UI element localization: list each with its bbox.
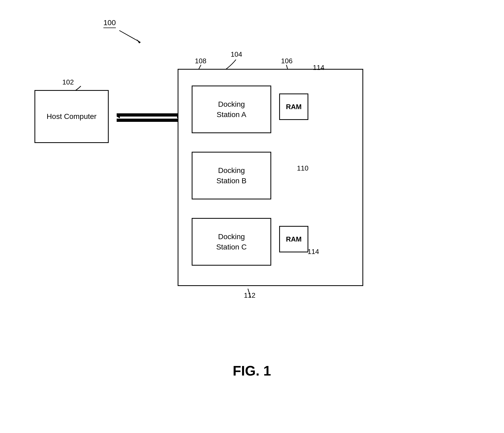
svg-marker-1 [137,39,141,43]
svg-line-0 [119,30,141,42]
docking-station-a-box: DockingStation A [192,86,271,133]
docking-station-b-label: DockingStation B [216,165,247,186]
svg-rect-5 [117,119,180,122]
ref-112-label: 112 [244,291,255,300]
ref-108-label: 108 [195,57,206,65]
ref-100-text: 100 [103,19,116,28]
ref-114-bottom-label: 114 [308,248,319,256]
ram-c-box: RAM [279,226,308,252]
ref-102-label: 102 [62,78,74,86]
docking-station-a-label: DockingStation A [217,99,246,120]
ref-114-top-label: 114 [313,64,324,72]
svg-rect-6 [120,117,177,119]
ram-a-box: RAM [279,93,308,120]
ref-104-label: 104 [231,50,242,59]
ref-110-label: 110 [297,164,308,172]
docking-station-c-box: DockingStation C [192,218,271,266]
ref-106-label: 106 [281,57,292,65]
host-computer-box: Host Computer [34,90,109,143]
docking-station-c-label: DockingStation C [216,231,247,252]
host-computer-label: Host Computer [47,112,97,121]
main-enclosure-box: DockingStation A DockingStation B Dockin… [178,69,363,286]
ref-100-label: 100 [103,19,116,28]
ram-a-label: RAM [286,103,301,111]
svg-marker-2 [117,114,121,119]
docking-station-b-box: DockingStation B [192,152,271,199]
figure-label: FIG. 1 [233,363,271,379]
ram-c-label: RAM [286,235,301,243]
svg-rect-4 [117,113,180,117]
diagram-container: 100 Host Computer 102 104 DockingStation… [13,16,490,387]
